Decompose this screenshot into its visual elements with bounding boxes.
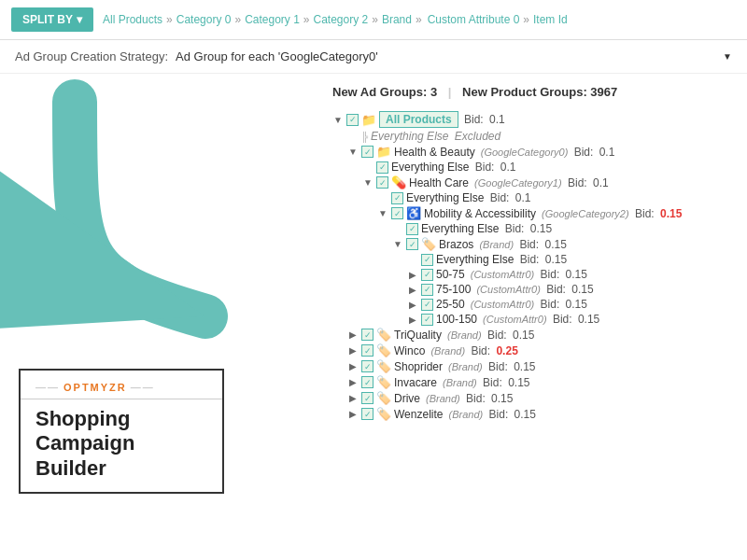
label-everything-else-0: Everything Else — [371, 130, 448, 143]
breadcrumb-item-id[interactable]: Item Id — [533, 13, 568, 26]
expand-50-75[interactable] — [407, 270, 418, 280]
bid-label-all-products: Bid: — [461, 113, 484, 126]
meta-drive: (Brand) — [423, 393, 460, 404]
label-winco: Winco — [394, 344, 425, 357]
checkbox-75-100[interactable] — [421, 284, 433, 296]
tree-row-drive: 🏷️ Drive (Brand) Bid: 0.15 — [347, 390, 732, 406]
label-wenzelite: Wenzelite — [394, 408, 443, 421]
meta-triquality: (Brand) — [444, 329, 482, 341]
checkbox-everything-else-1[interactable] — [376, 161, 388, 174]
toolbar: SPLIT BY ▾ All Products » Category 0 » C… — [0, 0, 747, 40]
label-drive: Drive — [394, 392, 420, 405]
label-brazos: Brazos — [439, 238, 473, 251]
label-health-care: Health Care — [409, 176, 469, 189]
meta-health-care: (GoogleCategory1) — [472, 177, 562, 189]
checkbox-50-75[interactable] — [421, 269, 433, 281]
checkbox-brazos[interactable] — [406, 238, 418, 250]
tree-row-brazos: 🏷️ Brazos (Brand) Bid: 0.15 — [392, 236, 732, 252]
checkbox-health-beauty[interactable] — [361, 146, 374, 158]
split-by-label: SPLIT BY — [22, 13, 73, 26]
checkbox-all-products[interactable] — [346, 114, 359, 126]
excluded-tag-0: Excluded — [451, 130, 500, 143]
line-icon-0: ╠ — [361, 132, 368, 142]
expand-drive[interactable] — [347, 393, 359, 403]
checkbox-winco[interactable] — [361, 344, 374, 357]
right-panel: New Ad Groups: 3 | New Product Groups: 3… — [317, 74, 747, 531]
expand-shoprider[interactable] — [347, 361, 359, 371]
tree-row-health-beauty: 📁 Health & Beauty (GoogleCategory0) Bid:… — [347, 144, 732, 160]
folder-icon-winco: 🏷️ — [376, 343, 391, 357]
tree-row-triquality: 🏷️ TriQuality (Brand) Bid: 0.15 — [347, 327, 732, 343]
expand-100-150[interactable] — [407, 315, 418, 325]
strategy-row: Ad Group Creation Strategy: Ad Group for… — [0, 40, 747, 74]
tree-row-winco: 🏷️ Winco (Brand) Bid: 0.25 — [347, 343, 732, 358]
expand-75-100[interactable] — [407, 285, 418, 295]
tree-row-invacare: 🏷️ Invacare (Brand) Bid: 0.15 — [347, 374, 732, 390]
strategy-dropdown-icon[interactable]: ▼ — [723, 51, 732, 62]
checkbox-invacare[interactable] — [361, 376, 374, 388]
breadcrumb-brand[interactable]: Brand — [382, 13, 412, 26]
bid-value-mobility: 0.15 — [657, 207, 683, 220]
folder-icon-health-care: 💊 — [391, 175, 406, 189]
expand-25-50[interactable] — [407, 300, 418, 310]
meta-50-75: (CustomAttr0) — [468, 269, 535, 280]
strategy-value: Ad Group for each 'GoogleCategory0' — [176, 49, 723, 63]
main-content: —— OPTMYZR —— Shopping Campaign Builder … — [0, 74, 747, 531]
left-panel: —— OPTMYZR —— Shopping Campaign Builder — [0, 74, 317, 531]
expand-winco[interactable] — [347, 345, 359, 356]
folder-icon-shoprider: 🏷️ — [376, 359, 391, 373]
label-everything-else-4: Everything Else — [436, 253, 514, 266]
tree-row-25-50: 25-50 (CustomAttr0) Bid: 0.15 — [407, 297, 732, 312]
tree-row-75-100: 75-100 (CustomAttr0) Bid: 0.15 — [407, 282, 732, 297]
expand-triquality[interactable] — [347, 329, 359, 340]
meta-invacare: (Brand) — [440, 377, 477, 388]
label-25-50: 25-50 — [436, 298, 465, 311]
folder-icon-wenzelite: 🏷️ — [376, 407, 391, 421]
strategy-label: Ad Group Creation Strategy: — [15, 49, 168, 63]
tree-row-mobility: ♿ Mobility & Accessibility (GoogleCatego… — [377, 205, 732, 221]
chevron-down-icon: ▾ — [77, 13, 82, 26]
folder-icon-drive: 🏷️ — [376, 391, 391, 405]
folder-icon-health-beauty: 📁 — [376, 145, 391, 159]
checkbox-shoprider[interactable] — [361, 360, 374, 372]
expand-invacare[interactable] — [347, 377, 359, 387]
expand-wenzelite[interactable] — [347, 409, 359, 419]
split-by-button[interactable]: SPLIT BY ▾ — [11, 7, 93, 32]
expand-all-products[interactable] — [332, 115, 344, 125]
meta-brazos: (Brand) — [476, 239, 514, 250]
expand-health-beauty[interactable] — [347, 147, 359, 157]
label-mobility: Mobility & Accessibility — [424, 207, 536, 220]
checkbox-triquality[interactable] — [361, 329, 374, 341]
folder-icon-triquality: 🏷️ — [376, 328, 391, 342]
meta-25-50: (CustomAttr0) — [468, 299, 535, 310]
expand-health-care[interactable] — [362, 177, 374, 188]
expand-brazos[interactable] — [392, 239, 403, 249]
tree-row-everything-else-0: ╠ Everything Else Excluded — [347, 129, 732, 144]
arrow-graphic — [0, 74, 299, 354]
meta-health-beauty: (GoogleCategory0) — [478, 147, 569, 158]
checkbox-mobility[interactable] — [391, 207, 403, 219]
brand-name: —— OPTMYZR —— — [35, 382, 207, 393]
checkbox-drive[interactable] — [361, 392, 374, 404]
breadcrumb-custom-attr0[interactable]: Custom Attribute 0 — [428, 13, 520, 26]
checkbox-everything-else-2[interactable] — [391, 192, 403, 204]
tree-row-wenzelite: 🏷️ Wenzelite (Brand) Bid: 0.15 — [347, 406, 732, 422]
breadcrumb-category2[interactable]: Category 2 — [314, 13, 369, 26]
breadcrumb-all-products[interactable]: All Products — [103, 13, 162, 26]
breadcrumb-category1[interactable]: Category 1 — [245, 13, 300, 26]
checkbox-everything-else-3[interactable] — [406, 223, 418, 235]
checkbox-25-50[interactable] — [421, 299, 433, 311]
checkbox-everything-else-4[interactable] — [421, 254, 433, 266]
expand-mobility[interactable] — [377, 208, 388, 218]
tree-node-all-products: 📁 All Products Bid: 0.1 ╠ Everything Els… — [332, 110, 732, 422]
checkbox-100-150[interactable] — [421, 314, 433, 326]
breadcrumb-category0[interactable]: Category 0 — [176, 13, 232, 26]
checkbox-health-care[interactable] — [376, 176, 388, 189]
label-75-100: 75-100 — [436, 283, 471, 296]
checkbox-wenzelite[interactable] — [361, 408, 374, 420]
stats-header: New Ad Groups: 3 | New Product Groups: 3… — [332, 85, 732, 99]
label-50-75: 50-75 — [436, 268, 465, 281]
label-everything-else-1: Everything Else — [391, 161, 469, 174]
label-health-beauty: Health & Beauty — [394, 146, 475, 159]
label-everything-else-3: Everything Else — [421, 222, 499, 235]
